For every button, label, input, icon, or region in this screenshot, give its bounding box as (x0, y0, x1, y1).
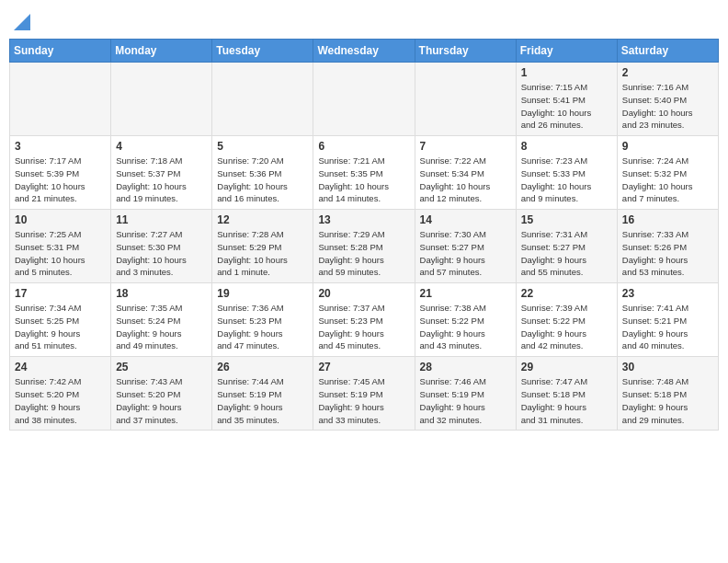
day-number: 16 (622, 213, 713, 226)
day-header-friday: Friday (516, 40, 617, 63)
day-cell: 20Sunrise: 7:37 AM Sunset: 5:23 PM Dayli… (313, 283, 415, 357)
day-info: Sunrise: 7:25 AM Sunset: 5:31 PM Dayligh… (15, 228, 106, 279)
day-info: Sunrise: 7:48 AM Sunset: 5:18 PM Dayligh… (622, 375, 713, 426)
day-number: 6 (318, 140, 409, 153)
day-cell: 4Sunrise: 7:18 AM Sunset: 5:37 PM Daylig… (111, 136, 212, 210)
day-number: 17 (15, 287, 106, 300)
day-number: 18 (116, 287, 207, 300)
day-number: 11 (116, 213, 207, 226)
day-number: 27 (318, 361, 409, 373)
day-info: Sunrise: 7:23 AM Sunset: 5:33 PM Dayligh… (521, 155, 612, 205)
day-number: 15 (521, 213, 612, 226)
day-info: Sunrise: 7:27 AM Sunset: 5:30 PM Dayligh… (116, 228, 207, 279)
day-number: 29 (521, 361, 612, 373)
svg-marker-0 (14, 14, 30, 30)
day-cell: 6Sunrise: 7:21 AM Sunset: 5:35 PM Daylig… (313, 136, 415, 210)
day-number: 3 (15, 140, 106, 153)
day-info: Sunrise: 7:16 AM Sunset: 5:40 PM Dayligh… (622, 81, 713, 132)
day-number: 8 (521, 140, 612, 153)
day-cell: 23Sunrise: 7:41 AM Sunset: 5:21 PM Dayli… (617, 283, 718, 357)
day-cell: 30Sunrise: 7:48 AM Sunset: 5:18 PM Dayli… (617, 357, 718, 431)
day-number: 19 (217, 287, 308, 300)
day-info: Sunrise: 7:33 AM Sunset: 5:26 PM Dayligh… (622, 228, 713, 279)
day-header-thursday: Thursday (415, 40, 516, 63)
day-info: Sunrise: 7:15 AM Sunset: 5:41 PM Dayligh… (521, 81, 612, 132)
day-number: 13 (318, 213, 409, 226)
day-number: 7 (420, 140, 511, 153)
day-info: Sunrise: 7:38 AM Sunset: 5:22 PM Dayligh… (420, 302, 511, 352)
day-info: Sunrise: 7:21 AM Sunset: 5:35 PM Dayligh… (318, 155, 409, 205)
day-cell: 14Sunrise: 7:30 AM Sunset: 5:27 PM Dayli… (415, 210, 516, 283)
day-info: Sunrise: 7:36 AM Sunset: 5:23 PM Dayligh… (217, 302, 308, 352)
day-cell: 7Sunrise: 7:22 AM Sunset: 5:34 PM Daylig… (415, 136, 516, 210)
week-row-1: 1Sunrise: 7:15 AM Sunset: 5:41 PM Daylig… (10, 63, 719, 136)
day-cell (111, 63, 212, 136)
day-info: Sunrise: 7:34 AM Sunset: 5:25 PM Dayligh… (15, 302, 106, 352)
day-cell: 3Sunrise: 7:17 AM Sunset: 5:39 PM Daylig… (10, 136, 111, 210)
day-header-monday: Monday (111, 40, 212, 63)
day-cell: 10Sunrise: 7:25 AM Sunset: 5:31 PM Dayli… (10, 210, 111, 283)
day-info: Sunrise: 7:17 AM Sunset: 5:39 PM Dayligh… (15, 155, 106, 205)
day-cell: 1Sunrise: 7:15 AM Sunset: 5:41 PM Daylig… (516, 63, 617, 136)
day-cell: 9Sunrise: 7:24 AM Sunset: 5:32 PM Daylig… (617, 136, 718, 210)
day-cell (10, 63, 111, 136)
day-cell: 26Sunrise: 7:44 AM Sunset: 5:19 PM Dayli… (212, 357, 313, 431)
day-number: 25 (116, 361, 207, 373)
day-number: 14 (420, 213, 511, 226)
day-cell: 5Sunrise: 7:20 AM Sunset: 5:36 PM Daylig… (212, 136, 313, 210)
day-number: 1 (521, 66, 612, 79)
day-info: Sunrise: 7:44 AM Sunset: 5:19 PM Dayligh… (217, 375, 308, 426)
day-cell: 24Sunrise: 7:42 AM Sunset: 5:20 PM Dayli… (10, 357, 111, 431)
day-number: 21 (420, 287, 511, 300)
day-info: Sunrise: 7:29 AM Sunset: 5:28 PM Dayligh… (318, 228, 409, 279)
day-info: Sunrise: 7:37 AM Sunset: 5:23 PM Dayligh… (318, 302, 409, 352)
logo-triangle-icon (14, 14, 30, 30)
day-number: 5 (217, 140, 308, 153)
week-row-2: 3Sunrise: 7:17 AM Sunset: 5:39 PM Daylig… (10, 136, 719, 210)
day-cell: 18Sunrise: 7:35 AM Sunset: 5:24 PM Dayli… (111, 283, 212, 357)
day-cell: 28Sunrise: 7:46 AM Sunset: 5:19 PM Dayli… (415, 357, 516, 431)
day-info: Sunrise: 7:46 AM Sunset: 5:19 PM Dayligh… (420, 375, 511, 426)
day-header-saturday: Saturday (617, 40, 718, 63)
day-cell (415, 63, 516, 136)
day-info: Sunrise: 7:31 AM Sunset: 5:27 PM Dayligh… (521, 228, 612, 279)
day-number: 10 (15, 213, 106, 226)
day-cell: 29Sunrise: 7:47 AM Sunset: 5:18 PM Dayli… (516, 357, 617, 431)
day-number: 22 (521, 287, 612, 300)
day-info: Sunrise: 7:20 AM Sunset: 5:36 PM Dayligh… (217, 155, 308, 205)
week-row-5: 24Sunrise: 7:42 AM Sunset: 5:20 PM Dayli… (10, 357, 719, 431)
days-header-row: SundayMondayTuesdayWednesdayThursdayFrid… (10, 40, 719, 63)
day-cell: 21Sunrise: 7:38 AM Sunset: 5:22 PM Dayli… (415, 283, 516, 357)
day-number: 2 (622, 66, 713, 79)
day-number: 23 (622, 287, 713, 300)
day-cell: 19Sunrise: 7:36 AM Sunset: 5:23 PM Dayli… (212, 283, 313, 357)
day-info: Sunrise: 7:28 AM Sunset: 5:29 PM Dayligh… (217, 228, 308, 279)
day-cell: 16Sunrise: 7:33 AM Sunset: 5:26 PM Dayli… (617, 210, 718, 283)
day-cell: 13Sunrise: 7:29 AM Sunset: 5:28 PM Dayli… (313, 210, 415, 283)
page-header (9, 9, 719, 31)
calendar-table: SundayMondayTuesdayWednesdayThursdayFrid… (9, 39, 719, 431)
day-number: 4 (116, 140, 207, 153)
day-info: Sunrise: 7:41 AM Sunset: 5:21 PM Dayligh… (622, 302, 713, 352)
day-header-tuesday: Tuesday (212, 40, 313, 63)
week-row-3: 10Sunrise: 7:25 AM Sunset: 5:31 PM Dayli… (10, 210, 719, 283)
day-info: Sunrise: 7:30 AM Sunset: 5:27 PM Dayligh… (420, 228, 511, 279)
day-info: Sunrise: 7:42 AM Sunset: 5:20 PM Dayligh… (15, 375, 106, 426)
day-cell (313, 63, 415, 136)
day-info: Sunrise: 7:35 AM Sunset: 5:24 PM Dayligh… (116, 302, 207, 352)
logo (13, 9, 30, 31)
day-number: 9 (622, 140, 713, 153)
day-info: Sunrise: 7:22 AM Sunset: 5:34 PM Dayligh… (420, 155, 511, 205)
day-number: 24 (15, 361, 106, 373)
day-info: Sunrise: 7:24 AM Sunset: 5:32 PM Dayligh… (622, 155, 713, 205)
day-info: Sunrise: 7:18 AM Sunset: 5:37 PM Dayligh… (116, 155, 207, 205)
day-header-wednesday: Wednesday (313, 40, 415, 63)
day-number: 30 (622, 361, 713, 373)
day-cell: 22Sunrise: 7:39 AM Sunset: 5:22 PM Dayli… (516, 283, 617, 357)
day-number: 26 (217, 361, 308, 373)
day-info: Sunrise: 7:39 AM Sunset: 5:22 PM Dayligh… (521, 302, 612, 352)
day-cell: 17Sunrise: 7:34 AM Sunset: 5:25 PM Dayli… (10, 283, 111, 357)
day-info: Sunrise: 7:43 AM Sunset: 5:20 PM Dayligh… (116, 375, 207, 426)
day-cell: 27Sunrise: 7:45 AM Sunset: 5:19 PM Dayli… (313, 357, 415, 431)
day-header-sunday: Sunday (10, 40, 111, 63)
